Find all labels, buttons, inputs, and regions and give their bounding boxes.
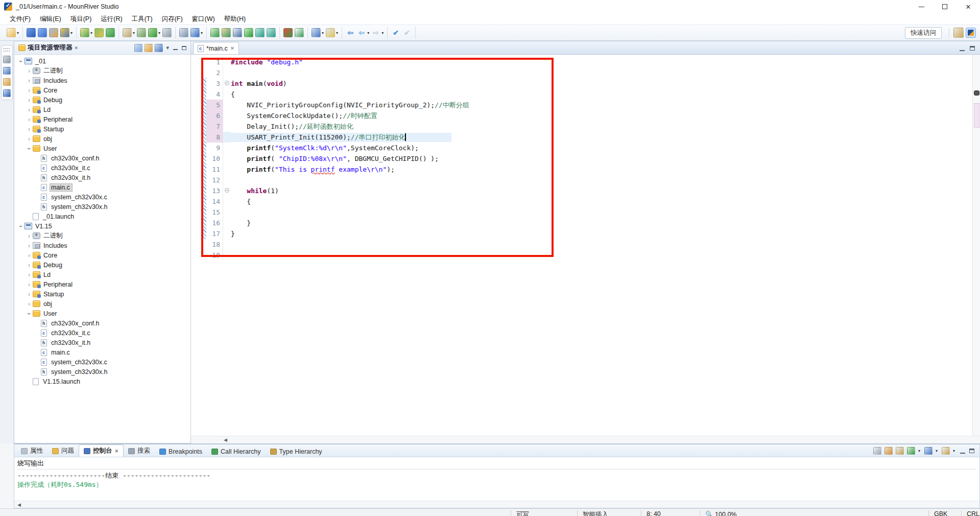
console-maximize-icon[interactable] [969,449,974,453]
code-line-8[interactable]: 8 USART_Printf_Init(115200);//串口打印初始化 [191,132,972,143]
menu-运行[interactable]: 运行(R) [96,14,127,25]
open-console-icon-dropdown[interactable]: ▾ [953,449,955,453]
download-icon[interactable] [80,28,89,37]
code-editor[interactable]: 1#include "debug.h"23−int main(void)4{5 … [191,55,972,436]
save-as-icon[interactable] [49,28,58,37]
restore-button[interactable] [933,0,957,13]
tree-item-main-c[interactable]: main.c [14,347,190,357]
tree-item-ch32v30x-conf-h[interactable]: ch32v30x_conf.h [14,318,190,328]
collapse-arrow-icon[interactable]: › [17,223,25,230]
download-icon-dropdown[interactable]: ▾ [90,31,92,35]
editor-minimize-icon[interactable] [960,50,965,51]
tree-item-ch32v30x-conf-h[interactable]: ch32v30x_conf.h [14,153,190,163]
menu-帮助[interactable]: 帮助(H) [220,14,250,25]
pin-console-icon[interactable] [907,447,915,455]
expand-arrow-icon[interactable]: › [26,77,33,84]
tree-item-startup[interactable]: ›Startup [14,289,190,299]
flash-download-icon-dropdown[interactable]: ▾ [133,31,135,35]
menu-项目[interactable]: 项目(P) [66,14,97,25]
menu-文件[interactable]: 文件(F) [5,14,35,25]
collapse-arrow-icon[interactable]: › [26,145,33,152]
expand-arrow-icon[interactable]: › [26,126,33,133]
code-line-15[interactable]: 15 [191,207,972,218]
quick-access-button[interactable]: 快速访问 [905,27,942,39]
code-line-7[interactable]: 7 Delay_Init();//延时函数初始化 [191,121,972,132]
code-line-5[interactable]: 5 NVIC_PriorityGroupConfig(NVIC_Priority… [191,100,972,110]
fold-marker-icon[interactable]: − [223,78,231,89]
editor-horizontal-scrollbar[interactable]: ◀ [191,436,980,443]
tree-item-user[interactable]: ›User [14,309,190,318]
expand-arrow-icon[interactable]: › [26,67,33,75]
console-tab-close-icon[interactable]: ✕ [115,449,119,454]
back-arrow-icon[interactable]: ⇦ [357,28,366,37]
back-arrow-icon-dropdown[interactable]: ▾ [367,31,369,35]
open-console-icon[interactable] [942,447,950,455]
menu-工具[interactable]: 工具(T) [127,14,157,25]
open-type-icon[interactable] [312,28,321,37]
tree-item-system-ch32v30x-h[interactable]: system_ch32v30x.h [14,367,190,377]
terminal-icon[interactable] [233,28,242,37]
tree-item-ch32v30x-it-h[interactable]: ch32v30x_it.h [14,338,190,347]
scroll-left-icon[interactable]: ◀ [224,437,227,442]
code-line-6[interactable]: 6 SystemCoreClockUpdate();//时钟配置 [191,110,972,121]
word-wrap-icon[interactable] [896,447,904,455]
tree-item-system-ch32v30x-c[interactable]: system_ch32v30x.c [14,357,190,367]
code-line-14[interactable]: 14 { [191,196,972,207]
mounriver-perspective-icon[interactable] [966,28,976,38]
menu-编辑[interactable]: 编辑(E) [35,14,66,25]
expand-arrow-icon[interactable]: › [26,106,33,113]
expand-arrow-icon[interactable]: › [26,232,33,240]
code-line-10[interactable]: 10 printf( "ChipID:%08x\r\n", DBGMCU_Get… [191,153,972,164]
tree-item--01-launch[interactable]: _01.launch [14,212,190,221]
code-line-4[interactable]: 4{ [191,89,972,100]
console-output[interactable]: 烧写输出 ----------------------结束 ----------… [14,457,979,501]
tree-item-includes[interactable]: ›Includes [14,241,190,250]
code-line-3[interactable]: 3−int main(void) [191,78,972,89]
tree-item-main-c[interactable]: main.c [14,182,190,192]
run-icon[interactable] [148,28,157,37]
fold-marker-icon[interactable]: − [223,185,231,196]
tab-close-icon[interactable]: ✕ [230,45,234,51]
refresh-icon[interactable] [244,28,253,37]
tree-item-startup[interactable]: ›Startup [14,124,190,134]
build-all-icon[interactable] [94,28,104,37]
code-line-17[interactable]: 17} [191,228,972,239]
console-tab-问题[interactable]: 问题 [47,445,79,457]
save-icon[interactable] [27,28,36,37]
tree-item-v1-15-launch[interactable]: V1.15.launch [14,377,190,386]
search-icon[interactable] [190,28,200,37]
board-support-icon[interactable] [179,28,188,37]
minimized-snippets-icon[interactable] [3,78,11,86]
code-line-1[interactable]: 1#include "debug.h" [191,57,972,67]
close-button[interactable]: ✕ [957,0,980,13]
expand-arrow-icon[interactable]: › [26,291,33,298]
console-tab-控制台[interactable]: 控制台✕ [79,444,124,457]
code-line-2[interactable]: 2 [191,67,972,78]
console-horizontal-scrollbar[interactable]: ◀ [14,501,979,508]
minimized-doc-icon[interactable] [3,89,11,97]
tree-item-ld[interactable]: ›Ld [14,270,190,279]
editor-maximize-icon[interactable] [970,46,975,51]
terminate-icon[interactable] [162,28,172,37]
expand-arrow-icon[interactable]: › [26,97,33,104]
tree-item--01[interactable]: ›_01 [14,56,190,66]
code-line-12[interactable]: 12 [191,175,972,185]
scroll-lock-icon[interactable] [885,447,893,455]
tree-item-ch32v30x-it-c[interactable]: ch32v30x_it.c [14,328,190,338]
tree-item--[interactable]: ›二进制 [14,66,190,76]
minimize-button[interactable] [910,0,933,13]
menu-闪存[interactable]: 闪存(F) [157,14,187,25]
display-console-icon[interactable] [924,447,933,455]
expand-arrow-icon[interactable]: › [26,262,33,269]
new-wizard-icon-dropdown[interactable]: ▾ [17,31,19,35]
view-close-icon[interactable]: ✕ [75,45,79,51]
open-type-icon-dropdown[interactable]: ▾ [322,31,324,35]
clean-icon[interactable] [106,28,115,37]
tree-item-user[interactable]: ›User [14,144,190,153]
tree-item-includes[interactable]: ›Includes [14,76,190,85]
tree-item-peripheral[interactable]: ›Peripheral [14,114,190,124]
view-menu-icon[interactable]: ▾ [166,44,169,51]
clear-console-icon[interactable] [873,447,881,455]
expand-arrow-icon[interactable]: › [26,281,33,288]
tree-item-obj[interactable]: ›obj [14,134,190,144]
